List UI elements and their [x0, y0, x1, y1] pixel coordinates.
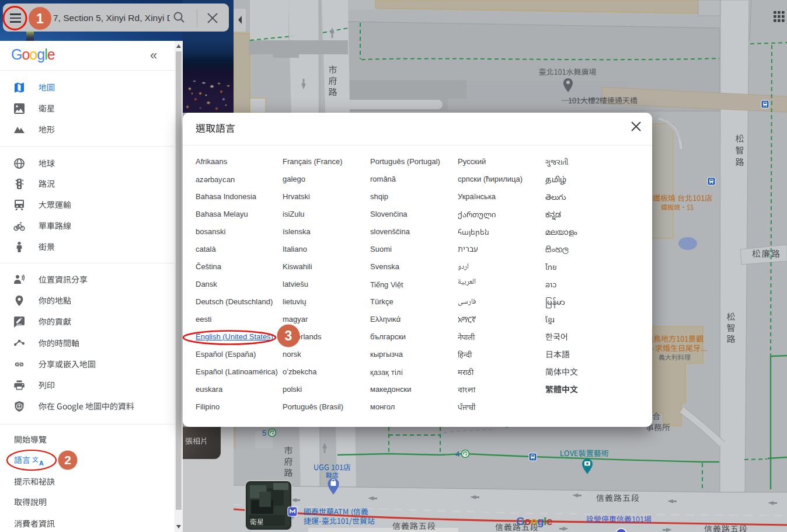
svg-text:G: G	[516, 515, 525, 527]
svg-text:o: o	[524, 515, 531, 527]
svg-text:l: l	[544, 515, 546, 527]
svg-text:e: e	[546, 515, 553, 527]
svg-text:g: g	[537, 515, 544, 527]
svg-text:5: 5	[262, 429, 266, 437]
svg-text:4: 4	[455, 450, 459, 458]
svg-text:o: o	[531, 515, 538, 527]
